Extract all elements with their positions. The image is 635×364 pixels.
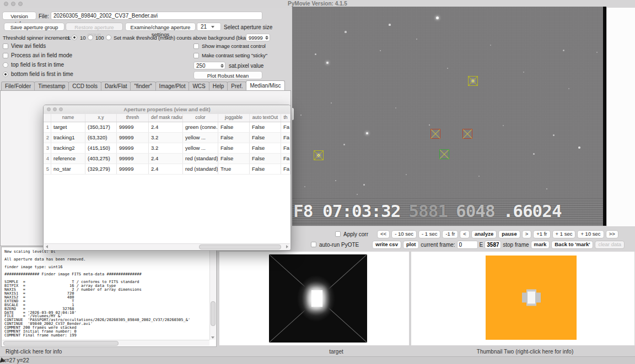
- log-vscrollbar[interactable]: [209, 248, 216, 340]
- increment-1-radio[interactable]: [72, 35, 77, 40]
- current-frame-label: current frame:: [421, 242, 455, 248]
- star: [326, 62, 329, 64]
- main-image-view[interactable]: F8 07:03:3258816048.66024: [292, 7, 606, 226]
- stop-frame-input[interactable]: [485, 241, 501, 249]
- scroll-down-icon[interactable]: [211, 336, 214, 339]
- tab-wcs[interactable]: WCS: [189, 82, 209, 90]
- current-frame-input[interactable]: [457, 241, 478, 249]
- clear-data-button: clear data: [595, 241, 625, 249]
- playback-item-button[interactable]: <<: [377, 230, 390, 238]
- vti-segment: 5881: [408, 201, 448, 221]
- aperture-table-row[interactable]: 4reference(403,275)999992.4red (standard…: [44, 154, 290, 164]
- playback-item-button[interactable]: >>: [606, 230, 618, 238]
- dialog-titlebar: Aperture properties (view and edit): [44, 105, 290, 115]
- back-to-mark-button[interactable]: Back to 'mark': [551, 241, 593, 249]
- star: [578, 146, 580, 149]
- vti-segment: .66024: [503, 201, 562, 221]
- tab-pref[interactable]: Pref.: [227, 82, 246, 90]
- scroll-right-icon[interactable]: [286, 245, 288, 248]
- star: [546, 188, 548, 190]
- tab-image-plot[interactable]: Image/Plot: [155, 82, 190, 90]
- right-gap: [607, 8, 635, 226]
- process-field-mode-checkbox[interactable]: Process avi in field mode: [3, 52, 72, 58]
- playback-1-sec-button[interactable]: + 1 sec: [552, 230, 576, 238]
- aperture-tracking2[interactable]: [468, 76, 478, 86]
- tab-finder[interactable]: "finder": [130, 82, 155, 90]
- autorun-pyote-checkbox[interactable]: auto-run PyOTE: [311, 242, 359, 248]
- target-thumbnail[interactable]: [269, 254, 367, 343]
- show-contrast-checkbox[interactable]: Show image contrast control: [193, 43, 266, 49]
- aperture-table-row[interactable]: 2tracking1(63,320)999993.2yellow ...Fals…: [44, 133, 290, 143]
- aperture-target[interactable]: [439, 149, 449, 159]
- aperture-tracking1[interactable]: [314, 150, 324, 160]
- bottom-field-first-radio[interactable]: bottom field is first in time: [3, 71, 73, 77]
- scrollbar-thumb[interactable]: [211, 301, 216, 326]
- mask-threshold-spinner[interactable]: 99999: [246, 34, 270, 41]
- playback-pause-button[interactable]: pause: [498, 230, 520, 238]
- top-field-first-radio[interactable]: top field is first in time: [3, 62, 64, 68]
- plot-button[interactable]: plot: [403, 241, 419, 249]
- star: [478, 176, 480, 177]
- aperture-table-row[interactable]: 5no_star(329,279)999992.4red (standard)T…: [44, 164, 290, 175]
- version-info-button[interactable]: Version Info: [2, 12, 36, 20]
- aperture-table-row[interactable]: 3tracking2(415,150)999993.2yellow ...Fal…: [44, 143, 290, 154]
- playback-1-sec-button[interactable]: - 1 sec: [418, 230, 441, 238]
- file-label: File:: [39, 13, 49, 19]
- playback-10-sec-button[interactable]: - 10 sec: [391, 230, 417, 238]
- star: [416, 39, 417, 40]
- write-csv-button[interactable]: write csv: [372, 241, 401, 249]
- scrollbar-thumb[interactable]: [199, 245, 281, 249]
- cursor-coordinates: x=27 y=22: [3, 357, 29, 363]
- status-bar: x=27 y=22: [0, 356, 635, 364]
- image-black-strip: [603, 7, 606, 226]
- playback-item-button[interactable]: >: [522, 230, 532, 238]
- increment-10-radio[interactable]: [88, 35, 93, 40]
- examine-aperture-settings-button[interactable]: Examine/change aperture settings: [125, 23, 196, 31]
- aperture-reference[interactable]: [462, 129, 472, 139]
- star: [335, 180, 337, 182]
- aperture-table-row[interactable]: 1target(350,317)999992.4green (conne...F…: [44, 122, 290, 133]
- sat-pixel-spinner[interactable]: 250: [193, 62, 225, 69]
- dialog-hscrollbar[interactable]: [44, 243, 290, 249]
- stepper-icon[interactable]: [220, 64, 224, 68]
- mark-button[interactable]: mark: [531, 241, 550, 249]
- e-label: E: [480, 242, 483, 248]
- playback-10-sec-button[interactable]: + 10 sec: [577, 230, 604, 238]
- aperture-no-star[interactable]: [430, 129, 440, 139]
- scroll-left-icon[interactable]: [46, 245, 48, 248]
- tab-median-misc[interactable]: Median/Misc: [246, 80, 284, 90]
- plot-robust-mean-button[interactable]: Plot Robust Mean: [193, 71, 262, 79]
- mask-threshold-label: Set mask threshold (mskth) counts above …: [114, 35, 253, 41]
- view-avi-fields-checkbox[interactable]: View avi fields: [3, 43, 46, 49]
- playback-item-button[interactable]: <: [460, 230, 470, 238]
- tab-help[interactable]: Help: [209, 82, 228, 90]
- tab-dark-flat[interactable]: Dark/Flat: [101, 82, 131, 90]
- star: [304, 186, 305, 187]
- stepper-icon[interactable]: [265, 36, 268, 40]
- tab-timestamp[interactable]: Timestamp: [34, 82, 69, 90]
- apply-corr-checkbox[interactable]: Apply corr: [335, 231, 368, 237]
- aperture-size-select[interactable]: 21: [197, 23, 221, 31]
- aperture-table[interactable]: namex,ythreshdef mask radiuscolorjoggabl…: [44, 114, 290, 175]
- star: [447, 68, 449, 69]
- scrollbar-thumb[interactable]: [3, 341, 119, 346]
- playback-analyze-button[interactable]: analyze: [471, 230, 497, 238]
- target-thumbnail-label: target: [292, 349, 380, 355]
- tab-file-folder[interactable]: File/Folder: [1, 82, 35, 90]
- tab-bar: File/FolderTimestampCCD toolsDark/Flat"f…: [1, 80, 284, 90]
- playback-1-fr-button[interactable]: -1 fr: [442, 230, 458, 238]
- log-text[interactable]: New scaling levels: bl All aperture data…: [4, 250, 208, 339]
- vti-timestamp-overlay: F8 07:03:3258816048.66024: [292, 198, 603, 224]
- star: [523, 72, 524, 73]
- increment-100-radio[interactable]: [106, 35, 111, 40]
- thumbnail-two[interactable]: [486, 256, 577, 340]
- star: [395, 107, 396, 108]
- tab-ccd-tools[interactable]: CCD tools: [68, 82, 101, 90]
- save-aperture-group-button[interactable]: Save aperture group: [4, 23, 64, 31]
- file-input[interactable]: [51, 12, 262, 20]
- log-hscrollbar[interactable]: [2, 340, 209, 346]
- playback-1-fr-button[interactable]: +1 fr: [533, 230, 550, 238]
- contrast-sticky-checkbox[interactable]: Make contrast setting "sticky": [193, 52, 267, 58]
- star: [596, 52, 598, 53]
- star: [490, 45, 491, 46]
